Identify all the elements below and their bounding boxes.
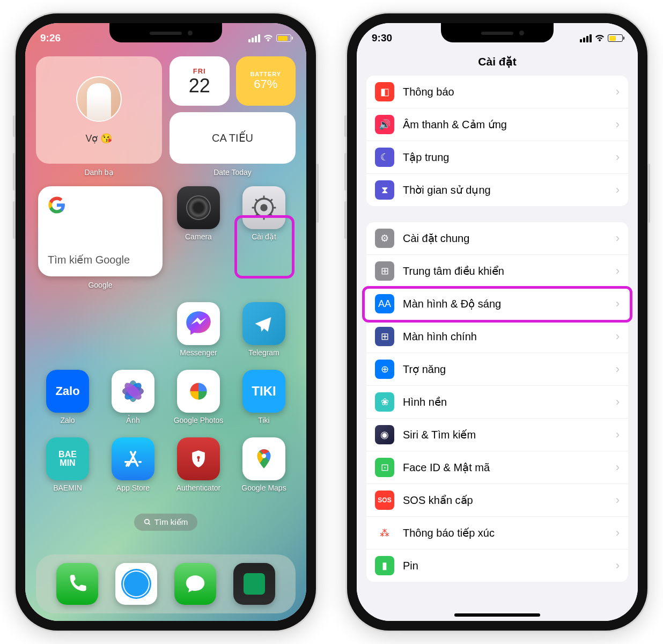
settings-row-control-center[interactable]: ⊞Trung tâm điều khiển›	[366, 254, 628, 287]
settings-row-focus[interactable]: ☾Tập trung›	[366, 141, 628, 173]
highlight-general-row	[362, 286, 632, 323]
chevron-right-icon: ›	[616, 460, 620, 474]
date-day: FRI	[193, 67, 206, 75]
settings-row-label: Màn hình chính	[403, 331, 607, 343]
svg-line-22	[127, 464, 128, 466]
settings-row-screentime[interactable]: ⧗Thời gian sử dụng›	[366, 173, 628, 206]
settings-row-label: Hình nền	[403, 396, 607, 408]
settings-row-accessibility[interactable]: ⊕Trợ năng›	[366, 353, 628, 385]
home-indicator[interactable]	[454, 613, 540, 617]
app-baemin[interactable]: BAE MIN BAEMIN	[38, 437, 97, 492]
side-button	[647, 164, 650, 223]
settings-row-home-screen[interactable]: ⊞Màn hình chính›	[366, 320, 628, 353]
chevron-right-icon: ›	[616, 559, 620, 573]
general-icon: ⚙	[375, 229, 394, 248]
widget-calendar[interactable]: CA TIẾU	[170, 112, 296, 164]
phone-settings: 9:30 Cài đặt ◧Thông báo›🔊Âm thanh & Cảm …	[347, 13, 647, 631]
cellular-signal-icon	[248, 34, 260, 42]
app-authenticator[interactable]: Authenticator	[169, 437, 228, 492]
tiki-icon: TIKI	[242, 370, 285, 413]
settings-row-sounds[interactable]: 🔊Âm thanh & Cảm ứng›	[366, 108, 628, 141]
settings-row-label: Cài đặt chung	[403, 232, 607, 245]
chevron-right-icon: ›	[616, 183, 620, 197]
side-button	[344, 201, 347, 239]
baemin-icon: BAE MIN	[46, 437, 89, 480]
side-button	[13, 115, 16, 137]
settings-group: ◧Thông báo›🔊Âm thanh & Cảm ứng›☾Tập trun…	[366, 76, 628, 206]
dock-app[interactable]	[233, 563, 275, 605]
settings-group: ⚙Cài đặt chung›⊞Trung tâm điều khiển›AAM…	[366, 222, 628, 582]
status-time: 9:26	[40, 32, 61, 44]
wifi-icon	[594, 34, 605, 42]
settings-list[interactable]: ◧Thông báo›🔊Âm thanh & Cảm ứng›☾Tập trun…	[357, 76, 638, 621]
widget-label: Date Today	[170, 168, 296, 177]
dock	[36, 554, 296, 613]
chevron-right-icon: ›	[616, 362, 620, 376]
app-zalo[interactable]: Zalo Zalo	[38, 370, 97, 425]
notch	[109, 23, 222, 42]
widget-google-search[interactable]: Tìm kiếm Google	[38, 186, 163, 276]
svg-point-25	[262, 453, 266, 458]
sos-icon: SOS	[375, 491, 394, 510]
app-appstore[interactable]: App Store	[104, 437, 163, 492]
app-messenger[interactable]: Messenger	[169, 302, 228, 357]
google-photos-icon	[177, 370, 220, 413]
sounds-icon: 🔊	[375, 115, 394, 134]
dock-phone[interactable]	[56, 563, 98, 605]
app-google-photos[interactable]: Google Photos	[169, 370, 228, 425]
settings-row-general[interactable]: ⚙Cài đặt chung›	[366, 222, 628, 254]
settings-row-label: Face ID & Mật mã	[403, 461, 607, 474]
dock-messages[interactable]	[174, 563, 216, 605]
telegram-icon	[242, 302, 285, 345]
chevron-right-icon: ›	[616, 526, 620, 540]
settings-row-label: Trung tâm điều khiển	[403, 265, 607, 277]
app-tiki[interactable]: TIKI Tiki	[234, 370, 293, 425]
chevron-right-icon: ›	[616, 85, 620, 99]
cellular-signal-icon	[580, 34, 592, 42]
widget-label: Danh bạ	[36, 168, 162, 177]
appstore-icon	[112, 437, 154, 480]
wallpaper-icon: ❀	[375, 392, 394, 412]
search-icon	[144, 518, 151, 526]
google-search-text: Tìm kiếm Google	[48, 253, 153, 267]
widget-date[interactable]: FRI 22	[170, 56, 230, 106]
page-title: Cài đặt	[357, 49, 638, 76]
calendar-text: CA TIẾU	[212, 131, 253, 144]
settings-row-label: Pin	[403, 560, 607, 572]
status-time: 9:30	[372, 32, 392, 44]
side-button	[344, 153, 347, 191]
chevron-right-icon: ›	[616, 264, 620, 278]
siri-icon: ◉	[375, 425, 394, 444]
chevron-right-icon: ›	[616, 395, 620, 409]
dock-safari[interactable]	[115, 563, 157, 605]
battery-icon: ▮	[375, 556, 394, 575]
google-maps-icon	[242, 437, 285, 480]
widget-battery[interactable]: BATTERY 67%	[236, 56, 296, 106]
spotlight-search[interactable]: Tìm kiếm	[134, 514, 197, 531]
app-photos[interactable]: Ảnh	[104, 370, 163, 425]
settings-row-label: Thông báo	[403, 86, 607, 98]
settings-row-exposure[interactable]: ⁂Thông báo tiếp xúc›	[366, 516, 628, 549]
settings-row-battery[interactable]: ▮Pin›	[366, 549, 628, 582]
app-telegram[interactable]: Telegram	[234, 302, 293, 357]
home-screen-icon: ⊞	[375, 327, 394, 346]
settings-row-faceid[interactable]: ⊡Face ID & Mật mã›	[366, 451, 628, 484]
widget-contact[interactable]: Vợ 😘	[36, 56, 162, 164]
app-camera[interactable]: Camera	[169, 186, 228, 289]
settings-row-siri[interactable]: ◉Siri & Tìm kiếm›	[366, 418, 628, 451]
settings-row-sos[interactable]: SOSSOS khẩn cấp›	[366, 484, 628, 516]
svg-line-6	[255, 199, 257, 201]
settings-row-label: Siri & Tìm kiếm	[403, 428, 607, 441]
app-google-maps[interactable]: Google Maps	[234, 437, 293, 492]
faceid-icon: ⊡	[375, 458, 394, 477]
accessibility-icon: ⊕	[375, 360, 394, 379]
zalo-icon: Zalo	[46, 370, 89, 413]
notch	[441, 23, 554, 42]
settings-row-wallpaper[interactable]: ❀Hình nền›	[366, 385, 628, 418]
google-logo-icon	[48, 196, 66, 214]
svg-point-26	[145, 519, 149, 524]
exposure-icon: ⁂	[375, 523, 394, 543]
chevron-right-icon: ›	[616, 493, 620, 507]
settings-row-notifications[interactable]: ◧Thông báo›	[366, 76, 628, 108]
chevron-right-icon: ›	[616, 118, 620, 131]
